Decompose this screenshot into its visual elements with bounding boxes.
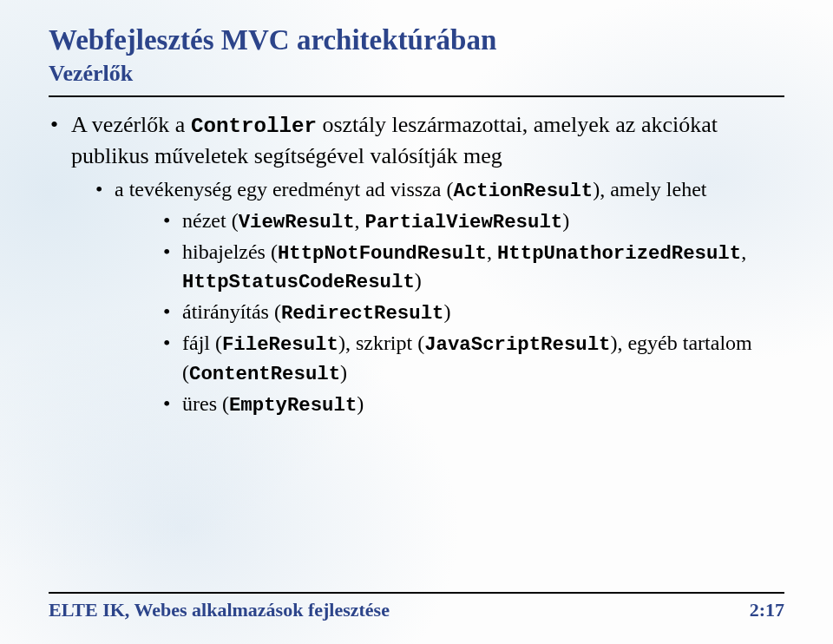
code-redirectresult: RedirectResult (281, 302, 443, 325)
text: , (741, 240, 746, 263)
footer: ELTE IK, Webes alkalmazások fejlesztése … (49, 592, 784, 621)
footer-rule (49, 592, 784, 594)
text: ), szkript ( (338, 332, 424, 354)
code-fileresult: FileResult (222, 333, 338, 356)
bullet-main: A vezérlők a Controller osztály leszárma… (49, 109, 784, 419)
text: átirányítás ( (182, 300, 281, 323)
text: üres ( (182, 392, 229, 415)
text: ) (415, 269, 422, 292)
text: , (355, 209, 365, 232)
code-httpnotfound: HttpNotFoundResult (278, 242, 487, 265)
text: nézet ( (182, 209, 239, 232)
text: A vezérlők a (71, 112, 191, 137)
item-view: nézet (ViewResult, PartialViewResult) (115, 207, 784, 236)
text: ), amely lehet (593, 178, 706, 200)
code-contentresult: ContentResult (189, 363, 340, 385)
item-empty: üres (EmptyResult) (115, 390, 784, 419)
item-file: fájl (FileResult), szkript (JavaScriptRe… (115, 329, 784, 388)
slide: Webfejlesztés MVC architektúrában Vezérl… (0, 0, 833, 644)
text: ) (562, 209, 569, 232)
code-viewresult: ViewResult (239, 211, 355, 233)
code-httpunauthorized: HttpUnathorizedResult (497, 242, 741, 265)
code-emptyresult: EmptyResult (229, 394, 357, 417)
text: ) (443, 300, 450, 323)
text: fájl ( (182, 332, 222, 354)
text: a tevékenység egy eredményt ad vissza ( (115, 178, 454, 200)
page-title: Webfejlesztés MVC architektúrában (49, 24, 784, 57)
text: hibajelzés ( (182, 240, 278, 263)
footer-left: ELTE IK, Webes alkalmazások fejlesztése (49, 599, 390, 621)
text: , (487, 240, 497, 263)
title-rule (49, 95, 784, 97)
text: ) (357, 392, 364, 415)
code-controller: Controller (191, 115, 317, 138)
code-javascriptresult: JavaScriptResult (424, 333, 610, 356)
item-error: hibajelzés (HttpNotFoundResult, HttpUnat… (115, 238, 784, 297)
text: ) (340, 361, 347, 384)
item-redirect: átirányítás (RedirectResult) (115, 298, 784, 327)
content: A vezérlők a Controller osztály leszárma… (49, 109, 784, 419)
footer-right: 2:17 (750, 599, 784, 621)
sub-bullet-activity: a tevékenység egy eredményt ad vissza (A… (71, 175, 784, 418)
code-partialviewresult: PartialViewResult (365, 211, 563, 233)
page-subtitle: Vezérlők (49, 61, 784, 87)
code-actionresult: ActionResult (454, 180, 594, 202)
code-httpstatuscode: HttpStatusCodeResult (182, 271, 415, 293)
